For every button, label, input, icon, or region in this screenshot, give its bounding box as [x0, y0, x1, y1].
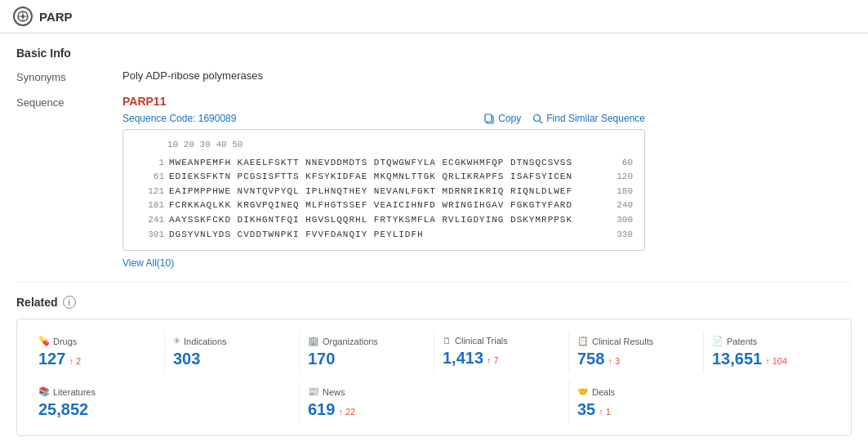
card-value-row: 127 ↑ 2: [38, 350, 156, 368]
seq-line-end: 338: [603, 228, 633, 243]
find-similar-button[interactable]: Find Similar Sequence: [532, 113, 645, 124]
related-card[interactable]: 📋 Clinical Results 758 ↑ 3: [569, 331, 704, 373]
card-label: 🤝 Deals: [577, 386, 830, 397]
card-delta: ↑ 3: [608, 356, 620, 366]
seq-line-text: EAIPMPPHWE NVNTQVPYQL IPLHNQTHEY NEVANLF…: [169, 185, 599, 199]
card-value-row: 303: [173, 350, 291, 368]
card-icon: ✳: [173, 336, 180, 346]
related-header: Related i: [16, 296, 852, 309]
related-card[interactable]: 🤝 Deals 35 ↑ 1: [569, 381, 838, 424]
card-label: 📄 Patents: [712, 336, 830, 346]
card-label-text: Clinical Results: [592, 337, 653, 346]
page-title: PARP: [39, 10, 73, 24]
related-card[interactable]: 💊 Drugs 127 ↑ 2: [30, 331, 165, 373]
card-icon: 💊: [38, 336, 50, 346]
card-value: 303: [173, 350, 200, 368]
seq-line-num: 301: [135, 228, 164, 243]
sequence-line: 301 DGSYVNLYDS CVDDTWNPKI FVVFDANQIY PEY…: [135, 228, 633, 243]
divider: [16, 282, 852, 283]
cards-row-1: 💊 Drugs 127 ↑ 2 ✳ Indications 303 🏢 Orga…: [30, 331, 838, 373]
related-title: Related: [16, 296, 58, 309]
svg-rect-5: [485, 114, 492, 122]
related-info-icon[interactable]: i: [63, 296, 76, 309]
cards-row-2: 📚 Literatures 25,852 📰 News 619 ↑ 22 🤝 D…: [30, 381, 838, 424]
synonyms-value: Poly ADP-ribose polymerases: [122, 69, 852, 82]
card-value: 13,651: [712, 350, 762, 368]
card-delta: ↑ 2: [69, 356, 81, 366]
card-label: ✳ Indications: [173, 336, 291, 346]
card-label: 📰 News: [308, 386, 560, 397]
card-label-text: Clinical Trials: [455, 336, 508, 346]
card-value: 1,413: [443, 349, 483, 368]
card-icon: 🤝: [577, 386, 589, 397]
sequence-lines: 1 MWEANPEMFH KAEELFSKTT NNEVDDMDTS DTQWG…: [135, 156, 633, 243]
sequence-content: PARP11 Sequence Code: 1690089 Copy: [122, 95, 852, 269]
copy-label: Copy: [498, 113, 521, 124]
seq-line-num: 241: [135, 213, 164, 228]
header: PARP: [0, 0, 868, 33]
basic-info-title: Basic Info: [16, 47, 852, 60]
card-icon: 📰: [308, 386, 319, 397]
seq-line-num: 181: [135, 198, 164, 213]
seq-line-num: 121: [135, 185, 164, 199]
svg-point-6: [534, 114, 541, 121]
card-delta: ↑ 1: [599, 407, 611, 417]
parp-icon: [13, 7, 33, 26]
card-delta: ↑ 104: [765, 356, 787, 366]
sequence-label: Sequence: [16, 95, 122, 109]
related-card[interactable]: 📄 Patents 13,651 ↑ 104: [704, 331, 838, 373]
card-value: 127: [38, 350, 65, 368]
card-label-text: Organizations: [323, 337, 378, 346]
seq-line-text: FCRKKAQLKK KRGVPQINEQ MLFHGTSSEF VEAICIH…: [169, 198, 599, 213]
card-label: 🗒 Clinical Trials: [443, 336, 560, 346]
svg-point-3: [21, 15, 24, 18]
seq-line-text: EDIEKSFKTN PCGSISFTTS KFSYKIDFAE MKQMNLT…: [169, 170, 599, 185]
card-label-text: Indications: [184, 337, 227, 346]
copy-button[interactable]: Copy: [484, 113, 521, 124]
related-card[interactable]: 📰 News 619 ↑ 22: [300, 381, 569, 424]
seq-line-end: 180: [603, 185, 633, 199]
synonyms-row: Synonyms Poly ADP-ribose polymerases: [16, 69, 852, 83]
card-value: 619: [308, 400, 335, 419]
card-value-row: 1,413 ↑ 7: [443, 349, 560, 368]
synonyms-label: Synonyms: [16, 69, 122, 83]
related-card[interactable]: 📚 Literatures 25,852: [30, 381, 300, 424]
card-label-text: Literatures: [53, 387, 96, 397]
card-delta: ↑ 22: [338, 407, 355, 417]
card-label: 📋 Clinical Results: [577, 336, 695, 346]
seq-line-end: 240: [603, 198, 633, 213]
view-all-link[interactable]: View All(10): [122, 257, 174, 269]
card-value-row: 170: [308, 350, 425, 368]
card-label: 💊 Drugs: [38, 336, 156, 346]
seq-line-end: 120: [603, 170, 633, 185]
find-similar-label: Find Similar Sequence: [546, 113, 645, 124]
card-icon: 📄: [712, 336, 723, 346]
main-content: Basic Info Synonyms Poly ADP-ribose poly…: [0, 33, 868, 446]
sequence-line: 61 EDIEKSFKTN PCGSISFTTS KFSYKIDFAE MKQM…: [135, 170, 633, 185]
card-value-row: 619 ↑ 22: [308, 400, 560, 419]
card-label-text: News: [323, 387, 345, 397]
card-value-row: 35 ↑ 1: [577, 400, 830, 419]
seq-line-end: 300: [603, 213, 633, 228]
sequence-box: 10 20 30 40 50 1 MWEANPEMFH KAEELFSKTT N…: [122, 129, 645, 251]
sequence-line: 121 EAIPMPPHWE NVNTQVPYQL IPLHNQTHEY NEV…: [135, 185, 633, 199]
card-label-text: Deals: [592, 387, 615, 397]
seq-line-text: MWEANPEMFH KAEELFSKTT NNEVDDMDTS DTQWGWF…: [169, 156, 599, 171]
svg-line-7: [540, 121, 542, 123]
card-value: 758: [577, 350, 604, 368]
related-card[interactable]: ✳ Indications 303: [165, 331, 300, 373]
seq-line-text: DGSYVNLYDS CVDDTWNPKI FVVFDANQIY PEYLIDF…: [169, 228, 599, 243]
card-label-text: Drugs: [53, 337, 77, 346]
card-icon: 🗒: [443, 336, 452, 346]
seq-line-text: AAYSSKFCKD DIKHGNTFQI HGVSLQQRHL FRTYKSM…: [169, 213, 599, 228]
card-icon: 🏢: [308, 336, 319, 346]
card-value-row: 25,852: [38, 400, 291, 419]
sequence-code-link[interactable]: Sequence Code: 1690089: [122, 113, 236, 124]
card-value-row: 758 ↑ 3: [577, 350, 695, 368]
related-card[interactable]: 🗒 Clinical Trials 1,413 ↑ 7: [434, 331, 569, 373]
gene-name: PARP11: [122, 95, 852, 108]
card-label: 🏢 Organizations: [308, 336, 425, 346]
card-icon: 📋: [577, 336, 589, 346]
sequence-line: 241 AAYSSKFCKD DIKHGNTFQI HGVSLQQRHL FRT…: [135, 213, 633, 228]
related-card[interactable]: 🏢 Organizations 170: [300, 331, 434, 373]
